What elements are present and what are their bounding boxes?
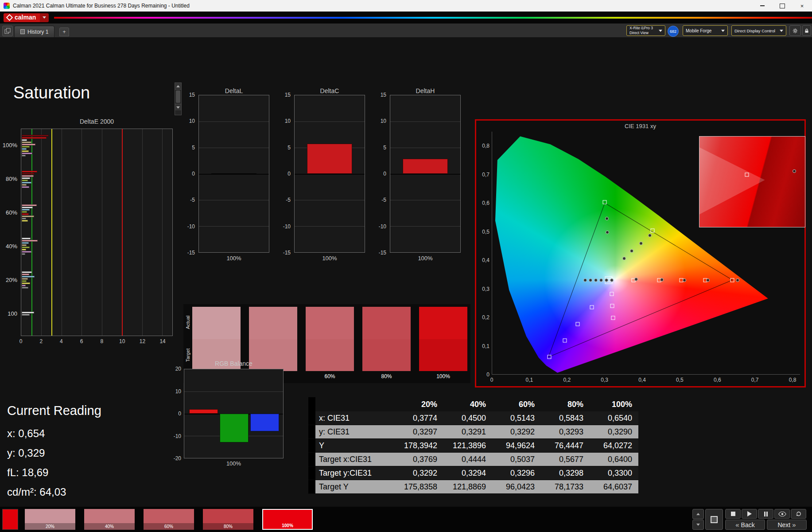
table-cell: 0,3292 (492, 425, 541, 439)
bar (22, 153, 32, 154)
tick-label: 10 (381, 118, 386, 124)
layout-button[interactable] (2, 26, 13, 36)
measurement-marker (634, 278, 638, 281)
chevrons-left-icon: « (735, 521, 739, 528)
next-button[interactable]: Next » (767, 520, 807, 530)
tick-label: -10 (379, 223, 386, 230)
current-patch-swatch (2, 509, 18, 530)
table-cell: 0,3296 (492, 466, 541, 480)
minimize-icon (760, 5, 765, 6)
deltae2000-chart (21, 129, 173, 336)
deltal-y-labels: 151050-5-10-15 (179, 95, 197, 253)
play-button[interactable] (742, 509, 757, 519)
scroll-up-button[interactable] (175, 83, 181, 90)
tab-bar: History 1 + X-Rite i1Pro 3 Direct View 6… (0, 23, 812, 38)
rgb-balance-chart (184, 369, 284, 458)
target-marker (611, 316, 615, 320)
gridline (162, 129, 163, 336)
bar (307, 144, 353, 174)
saturation-thumbnail[interactable]: 40% (84, 509, 135, 530)
bar-group (22, 204, 172, 222)
maximize-button[interactable] (772, 0, 792, 12)
bottom-bar: 20%40%60%80%100% « Back Next » (0, 507, 812, 532)
tick-label: 0 (19, 338, 23, 344)
back-button[interactable]: « Back (725, 520, 765, 530)
bar (22, 246, 30, 248)
bar (22, 282, 30, 284)
deltah-y-labels: 151050-5-10-15 (370, 95, 388, 253)
tick-label: 100 (8, 310, 17, 317)
workflow-dropdown[interactable]: Direct Display Control (731, 25, 786, 36)
deltac-chart (294, 95, 365, 253)
reading-line: fL: 18,69 (7, 463, 66, 482)
logo-menu-button[interactable] (40, 13, 49, 22)
tick-label: 0 (490, 377, 493, 383)
bar (22, 171, 37, 172)
tick-label: 0,6 (482, 200, 490, 206)
gridline (390, 226, 460, 227)
chevron-down-icon (659, 30, 662, 32)
bar (22, 173, 35, 175)
tab-history-1[interactable]: History 1 (14, 26, 54, 37)
loop-button[interactable] (791, 509, 806, 519)
bar (22, 238, 31, 239)
measurement-marker (594, 278, 598, 282)
tick-label: 10 (189, 118, 195, 124)
meter-dropdown[interactable]: X-Rite i1Pro 3 Direct View (626, 25, 665, 36)
table-cell: 0,6400 (590, 453, 638, 466)
thumbnail-label: 40% (84, 523, 135, 530)
preview-button[interactable] (774, 509, 790, 519)
patch-icon (711, 516, 718, 523)
rainbow-gradient-divider (54, 17, 812, 19)
saturation-thumbnail[interactable]: 20% (25, 509, 75, 530)
table-cell: 0,3300 (590, 466, 638, 480)
sweep-swatch (419, 307, 467, 371)
arrow-down-icon (696, 524, 700, 526)
panel-up-button[interactable] (692, 509, 704, 519)
blank-patch-button[interactable] (705, 509, 723, 530)
gridline (82, 129, 82, 336)
table-cell: 64,6037 (590, 480, 638, 494)
source-dropdown[interactable]: Mobile Forge (683, 25, 728, 36)
tick-label: 0,5 (676, 377, 684, 383)
column-header: 60% (492, 397, 541, 411)
table-cell: 0,3298 (541, 466, 590, 480)
saturation-thumbnail[interactable]: 80% (203, 509, 253, 530)
pause-button[interactable] (758, 509, 773, 519)
bar-group (22, 135, 172, 157)
bar (22, 180, 28, 181)
add-tab-button[interactable]: + (59, 27, 69, 36)
minimize-button[interactable] (752, 0, 772, 12)
close-button[interactable]: × (792, 0, 812, 12)
meter-count-badge[interactable]: 682 (668, 26, 679, 37)
tick-label: -5 (190, 197, 195, 203)
table-cell: 96,0423 (492, 480, 541, 494)
bar (22, 135, 49, 137)
deltac-x-label: 100% (294, 255, 365, 262)
calman-logo-button[interactable]: calman (4, 13, 49, 22)
bar (22, 215, 34, 217)
cie-1931-panel[interactable]: CIE 1931 xy 00,10,20,30,40,50,60,70,8 00… (475, 119, 806, 387)
panel-down-button[interactable] (692, 520, 704, 530)
gridline (199, 200, 269, 200)
stop-icon (731, 512, 735, 516)
bar (22, 150, 29, 152)
bar-red (189, 409, 218, 414)
target-color (362, 339, 411, 372)
bar (22, 177, 30, 179)
tick-label: -15 (187, 250, 195, 256)
stop-button[interactable] (725, 509, 741, 519)
tick-label: 14 (159, 338, 165, 344)
saturation-thumbnail[interactable]: 100% (262, 509, 313, 530)
settings-button[interactable] (789, 25, 801, 36)
table-cell: 121,3896 (443, 439, 492, 453)
gridline (390, 174, 460, 175)
tick-label: -15 (283, 250, 291, 256)
lock-button[interactable] (802, 25, 811, 36)
tick-label: 12 (140, 338, 145, 344)
saturation-thumbnail[interactable]: 60% (144, 509, 194, 530)
tick-label: -10 (187, 223, 195, 230)
target-marker (547, 355, 551, 359)
bar (22, 276, 35, 278)
bar (22, 144, 35, 145)
